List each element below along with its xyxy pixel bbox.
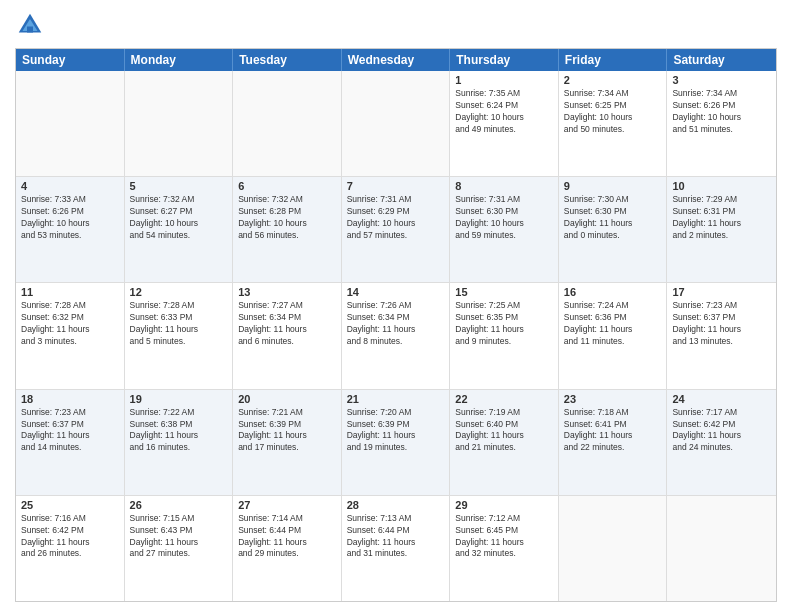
table-row: 9Sunrise: 7:30 AMSunset: 6:30 PMDaylight…	[559, 177, 668, 282]
table-row: 5Sunrise: 7:32 AMSunset: 6:27 PMDaylight…	[125, 177, 234, 282]
header-day-thursday: Thursday	[450, 49, 559, 71]
table-row: 6Sunrise: 7:32 AMSunset: 6:28 PMDaylight…	[233, 177, 342, 282]
table-row: 20Sunrise: 7:21 AMSunset: 6:39 PMDayligh…	[233, 390, 342, 495]
table-row	[125, 71, 234, 176]
day-number: 1	[455, 74, 553, 86]
table-row: 2Sunrise: 7:34 AMSunset: 6:25 PMDaylight…	[559, 71, 668, 176]
cell-text: Sunrise: 7:27 AMSunset: 6:34 PMDaylight:…	[238, 300, 336, 348]
table-row: 21Sunrise: 7:20 AMSunset: 6:39 PMDayligh…	[342, 390, 451, 495]
cell-text: Sunrise: 7:30 AMSunset: 6:30 PMDaylight:…	[564, 194, 662, 242]
cell-text: Sunrise: 7:14 AMSunset: 6:44 PMDaylight:…	[238, 513, 336, 561]
day-number: 24	[672, 393, 771, 405]
day-number: 2	[564, 74, 662, 86]
calendar-header: SundayMondayTuesdayWednesdayThursdayFrid…	[16, 49, 776, 71]
header	[15, 10, 777, 40]
calendar-week-2: 11Sunrise: 7:28 AMSunset: 6:32 PMDayligh…	[16, 283, 776, 389]
day-number: 10	[672, 180, 771, 192]
table-row: 12Sunrise: 7:28 AMSunset: 6:33 PMDayligh…	[125, 283, 234, 388]
table-row: 22Sunrise: 7:19 AMSunset: 6:40 PMDayligh…	[450, 390, 559, 495]
day-number: 4	[21, 180, 119, 192]
header-day-monday: Monday	[125, 49, 234, 71]
day-number: 17	[672, 286, 771, 298]
table-row: 19Sunrise: 7:22 AMSunset: 6:38 PMDayligh…	[125, 390, 234, 495]
day-number: 13	[238, 286, 336, 298]
table-row: 25Sunrise: 7:16 AMSunset: 6:42 PMDayligh…	[16, 496, 125, 601]
day-number: 28	[347, 499, 445, 511]
table-row	[667, 496, 776, 601]
table-row: 26Sunrise: 7:15 AMSunset: 6:43 PMDayligh…	[125, 496, 234, 601]
table-row	[559, 496, 668, 601]
table-row: 15Sunrise: 7:25 AMSunset: 6:35 PMDayligh…	[450, 283, 559, 388]
cell-text: Sunrise: 7:31 AMSunset: 6:29 PMDaylight:…	[347, 194, 445, 242]
header-day-friday: Friday	[559, 49, 668, 71]
cell-text: Sunrise: 7:28 AMSunset: 6:32 PMDaylight:…	[21, 300, 119, 348]
cell-text: Sunrise: 7:18 AMSunset: 6:41 PMDaylight:…	[564, 407, 662, 455]
calendar-body: 1Sunrise: 7:35 AMSunset: 6:24 PMDaylight…	[16, 71, 776, 601]
table-row: 27Sunrise: 7:14 AMSunset: 6:44 PMDayligh…	[233, 496, 342, 601]
table-row: 29Sunrise: 7:12 AMSunset: 6:45 PMDayligh…	[450, 496, 559, 601]
day-number: 20	[238, 393, 336, 405]
day-number: 14	[347, 286, 445, 298]
day-number: 12	[130, 286, 228, 298]
cell-text: Sunrise: 7:12 AMSunset: 6:45 PMDaylight:…	[455, 513, 553, 561]
day-number: 22	[455, 393, 553, 405]
table-row: 16Sunrise: 7:24 AMSunset: 6:36 PMDayligh…	[559, 283, 668, 388]
day-number: 25	[21, 499, 119, 511]
cell-text: Sunrise: 7:32 AMSunset: 6:28 PMDaylight:…	[238, 194, 336, 242]
logo-icon	[15, 10, 45, 40]
day-number: 18	[21, 393, 119, 405]
header-day-tuesday: Tuesday	[233, 49, 342, 71]
table-row: 8Sunrise: 7:31 AMSunset: 6:30 PMDaylight…	[450, 177, 559, 282]
table-row: 11Sunrise: 7:28 AMSunset: 6:32 PMDayligh…	[16, 283, 125, 388]
svg-rect-2	[27, 27, 33, 33]
table-row	[233, 71, 342, 176]
cell-text: Sunrise: 7:23 AMSunset: 6:37 PMDaylight:…	[21, 407, 119, 455]
day-number: 9	[564, 180, 662, 192]
day-number: 5	[130, 180, 228, 192]
calendar: SundayMondayTuesdayWednesdayThursdayFrid…	[15, 48, 777, 602]
calendar-week-1: 4Sunrise: 7:33 AMSunset: 6:26 PMDaylight…	[16, 177, 776, 283]
day-number: 27	[238, 499, 336, 511]
day-number: 15	[455, 286, 553, 298]
day-number: 6	[238, 180, 336, 192]
cell-text: Sunrise: 7:34 AMSunset: 6:25 PMDaylight:…	[564, 88, 662, 136]
day-number: 21	[347, 393, 445, 405]
cell-text: Sunrise: 7:31 AMSunset: 6:30 PMDaylight:…	[455, 194, 553, 242]
table-row: 13Sunrise: 7:27 AMSunset: 6:34 PMDayligh…	[233, 283, 342, 388]
cell-text: Sunrise: 7:13 AMSunset: 6:44 PMDaylight:…	[347, 513, 445, 561]
cell-text: Sunrise: 7:15 AMSunset: 6:43 PMDaylight:…	[130, 513, 228, 561]
cell-text: Sunrise: 7:17 AMSunset: 6:42 PMDaylight:…	[672, 407, 771, 455]
cell-text: Sunrise: 7:20 AMSunset: 6:39 PMDaylight:…	[347, 407, 445, 455]
logo	[15, 10, 49, 40]
cell-text: Sunrise: 7:22 AMSunset: 6:38 PMDaylight:…	[130, 407, 228, 455]
cell-text: Sunrise: 7:26 AMSunset: 6:34 PMDaylight:…	[347, 300, 445, 348]
table-row: 17Sunrise: 7:23 AMSunset: 6:37 PMDayligh…	[667, 283, 776, 388]
cell-text: Sunrise: 7:34 AMSunset: 6:26 PMDaylight:…	[672, 88, 771, 136]
cell-text: Sunrise: 7:25 AMSunset: 6:35 PMDaylight:…	[455, 300, 553, 348]
table-row: 1Sunrise: 7:35 AMSunset: 6:24 PMDaylight…	[450, 71, 559, 176]
cell-text: Sunrise: 7:32 AMSunset: 6:27 PMDaylight:…	[130, 194, 228, 242]
table-row	[342, 71, 451, 176]
table-row	[16, 71, 125, 176]
day-number: 11	[21, 286, 119, 298]
table-row: 7Sunrise: 7:31 AMSunset: 6:29 PMDaylight…	[342, 177, 451, 282]
day-number: 16	[564, 286, 662, 298]
cell-text: Sunrise: 7:21 AMSunset: 6:39 PMDaylight:…	[238, 407, 336, 455]
cell-text: Sunrise: 7:33 AMSunset: 6:26 PMDaylight:…	[21, 194, 119, 242]
day-number: 8	[455, 180, 553, 192]
cell-text: Sunrise: 7:23 AMSunset: 6:37 PMDaylight:…	[672, 300, 771, 348]
calendar-week-0: 1Sunrise: 7:35 AMSunset: 6:24 PMDaylight…	[16, 71, 776, 177]
day-number: 26	[130, 499, 228, 511]
calendar-week-3: 18Sunrise: 7:23 AMSunset: 6:37 PMDayligh…	[16, 390, 776, 496]
header-day-saturday: Saturday	[667, 49, 776, 71]
header-day-sunday: Sunday	[16, 49, 125, 71]
table-row: 18Sunrise: 7:23 AMSunset: 6:37 PMDayligh…	[16, 390, 125, 495]
cell-text: Sunrise: 7:35 AMSunset: 6:24 PMDaylight:…	[455, 88, 553, 136]
cell-text: Sunrise: 7:29 AMSunset: 6:31 PMDaylight:…	[672, 194, 771, 242]
table-row: 23Sunrise: 7:18 AMSunset: 6:41 PMDayligh…	[559, 390, 668, 495]
cell-text: Sunrise: 7:28 AMSunset: 6:33 PMDaylight:…	[130, 300, 228, 348]
day-number: 3	[672, 74, 771, 86]
header-day-wednesday: Wednesday	[342, 49, 451, 71]
table-row: 24Sunrise: 7:17 AMSunset: 6:42 PMDayligh…	[667, 390, 776, 495]
page: SundayMondayTuesdayWednesdayThursdayFrid…	[0, 0, 792, 612]
